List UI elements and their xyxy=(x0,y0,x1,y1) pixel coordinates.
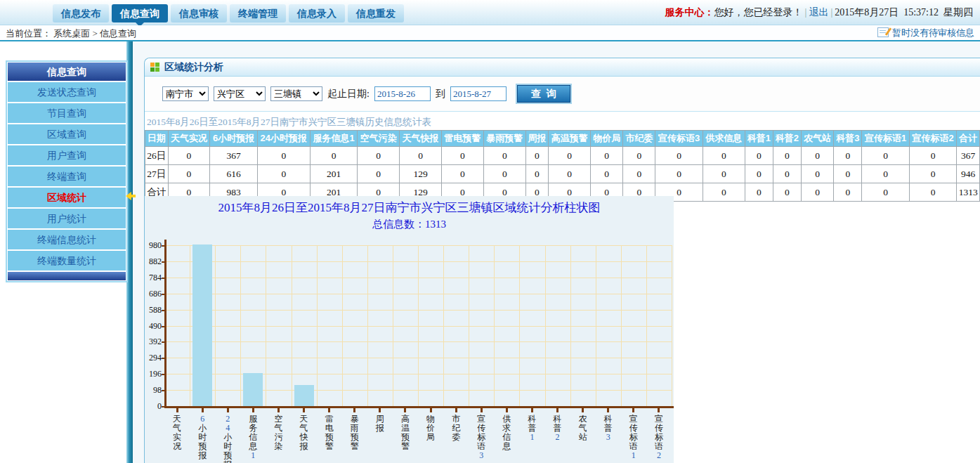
chart-gridline-v xyxy=(621,245,622,406)
y-axis-tick-label: 490 xyxy=(145,321,162,332)
sidebar-item[interactable]: 发送状态查询 xyxy=(8,82,126,102)
table-header-cell: 雷电预警 xyxy=(442,131,484,147)
chart-gridline-v xyxy=(393,245,393,406)
sidebar-item[interactable]: 节目查询 xyxy=(8,103,126,123)
table-header-cell: 物价局 xyxy=(591,131,623,147)
nav-tab[interactable]: 信息重发 xyxy=(348,4,404,22)
sidebar-item[interactable]: 用户统计 xyxy=(8,209,126,228)
query-button[interactable]: 查 询 xyxy=(517,85,570,103)
x-axis-category-label: 服务信息1 xyxy=(247,415,259,460)
table-cell: 0 xyxy=(655,165,703,183)
chart-x-axis xyxy=(164,406,674,408)
x-axis-category-label: 供求信息 xyxy=(501,415,512,451)
x-axis-category-label: 农气站 xyxy=(577,415,589,442)
breadcrumb-prefix: 当前位置： xyxy=(6,28,51,39)
logout-link[interactable]: 退出 xyxy=(809,7,828,18)
date-range-label: 起止日期: xyxy=(327,88,370,100)
pending-review-notice[interactable]: 暂时没有待审核信息 xyxy=(877,27,974,39)
topbar-user-info: 服务中心：您好，您已经登录！|退出|2015年8月27日 15:37:12 星期… xyxy=(665,6,973,19)
y-axis-tick xyxy=(162,294,164,295)
table-row: 27日06160201012900000000000000946 xyxy=(145,165,980,183)
table-cell: 0 xyxy=(909,183,956,202)
table-cell: 0 xyxy=(655,147,703,165)
plot-area xyxy=(164,245,672,406)
y-axis-tick xyxy=(162,358,164,359)
table-cell: 0 xyxy=(834,183,862,202)
date-from-input[interactable] xyxy=(374,86,431,101)
table-cell: 0 xyxy=(802,183,834,202)
pipe-separator: | xyxy=(830,7,832,18)
table-header-cell: 科普2 xyxy=(773,131,801,147)
chart-gridline-v xyxy=(494,245,495,406)
y-axis-tick-label: 882 xyxy=(145,256,162,267)
y-axis-tick-label: 294 xyxy=(145,353,162,363)
table-cell: 0 xyxy=(834,147,862,165)
y-axis-tick-label: 0 xyxy=(145,401,162,412)
nav-tab[interactable]: 终端管理 xyxy=(230,4,286,22)
chart-gridline-v xyxy=(519,245,520,406)
table-header-cell: 科普3 xyxy=(834,131,862,147)
stats-table-title: 2015年8月26日至2015年8月27日南宁市兴宁区三塘镇历史信息统计表 xyxy=(147,116,980,129)
nav-tabs: 信息发布信息查询信息审核终端管理信息录入信息重发 xyxy=(53,4,404,22)
sidebar-item[interactable]: 终端信息统计 xyxy=(8,230,126,249)
nav-tab[interactable]: 信息录入 xyxy=(289,4,345,22)
nav-tab[interactable]: 信息发布 xyxy=(53,4,109,22)
table-cell: 0 xyxy=(745,165,773,183)
x-axis-tick xyxy=(455,408,457,412)
x-axis-tick xyxy=(379,408,381,412)
y-axis-tick-label: 980 xyxy=(145,240,162,251)
chart-gridline-v xyxy=(292,245,292,406)
table-header-cell: 服务信息1 xyxy=(310,131,357,147)
nav-tab[interactable]: 信息审核 xyxy=(171,4,227,22)
x-axis-category-label: 天气快报 xyxy=(299,415,310,451)
sidebar-collapse-arrow-icon[interactable] xyxy=(126,192,136,200)
table-cell: 0 xyxy=(745,147,773,165)
breadcrumb-home-link[interactable]: 系统桌面 xyxy=(53,28,90,39)
table-cell: 0 xyxy=(442,147,484,165)
x-axis-category-label: 空气污染 xyxy=(273,415,284,451)
town-select[interactable]: 三塘镇 xyxy=(270,86,322,101)
chart-gridline-v xyxy=(646,245,647,406)
x-axis-tick xyxy=(202,408,204,412)
table-cell: 0 xyxy=(310,147,357,165)
table-cell: 0 xyxy=(773,183,801,202)
stats-table-body: 26日036700000000000000000036727日061602010… xyxy=(145,147,980,202)
district-select[interactable]: 兴宁区 xyxy=(214,86,266,101)
chart-gridline-v xyxy=(240,245,241,406)
table-header-cell: 宣传标语3 xyxy=(655,131,703,147)
sidebar-item[interactable]: 终端查询 xyxy=(8,167,126,186)
table-header-cell: 空气污染 xyxy=(358,131,400,147)
chart-gridline-v xyxy=(469,245,469,406)
date-to-input[interactable] xyxy=(450,86,507,101)
x-axis-category-label: 暴雨预警 xyxy=(349,415,360,451)
table-cell: 0 xyxy=(623,147,655,165)
sidebar-item[interactable]: 用户查询 xyxy=(8,145,126,165)
y-axis-tick xyxy=(162,390,164,391)
table-cell: 0 xyxy=(623,165,655,183)
x-axis-category-label: 宣传标语3 xyxy=(476,415,487,460)
x-axis-tick xyxy=(303,408,305,412)
x-axis-category-label: 高温预警 xyxy=(400,415,411,451)
grid-squares-icon xyxy=(150,63,159,72)
stats-table-header-row: 日期天气实况6小时预报24小时预报服务信息1空气污染天气快报雷电预警暴雨预警周报… xyxy=(145,131,980,147)
table-header-cell: 6小时预报 xyxy=(210,131,257,147)
nav-tab[interactable]: 信息查询 xyxy=(112,4,168,22)
table-cell: 0 xyxy=(257,165,310,183)
x-axis-category-label: 科普3 xyxy=(603,415,614,442)
sidebar-item[interactable]: 终端数量统计 xyxy=(8,251,126,270)
x-axis-category-label: 科普1 xyxy=(526,415,537,442)
x-axis-tick xyxy=(404,408,406,412)
breadcrumb-current: 信息查询 xyxy=(100,28,136,39)
table-header-cell: 日期 xyxy=(145,131,169,147)
table-header-cell: 高温预警 xyxy=(549,131,591,147)
table-cell: 0 xyxy=(773,147,801,165)
chart-gridline-v xyxy=(342,245,343,406)
sidebar-item[interactable]: 区域查询 xyxy=(8,124,126,144)
y-axis-tick xyxy=(162,261,164,263)
chart-bar xyxy=(243,373,263,406)
breadcrumb-bar: 当前位置： 系统桌面 > 信息查询 暂时没有待审核信息 xyxy=(0,25,980,41)
table-header-cell: 天气实况 xyxy=(168,131,210,147)
city-select[interactable]: 南宁市 xyxy=(162,86,209,101)
sidebar-item[interactable]: 区域统计 xyxy=(8,188,126,207)
breadcrumb-separator: > xyxy=(90,28,100,39)
